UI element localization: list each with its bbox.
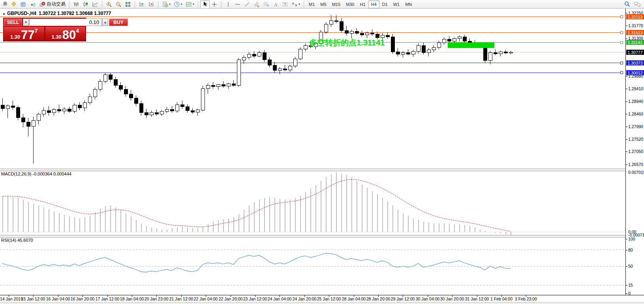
periods-button[interactable]: ▾ <box>172 0 184 9</box>
buy-button[interactable]: BUY <box>109 19 128 26</box>
toolbar-separator <box>101 1 103 7</box>
chevron-down-icon[interactable]: ▾ <box>299 2 300 6</box>
rsi-line <box>2 253 511 272</box>
cursor-icon <box>202 1 208 7</box>
chevron-down-icon[interactable]: ▾ <box>193 2 194 6</box>
axis-tick <box>626 127 627 127</box>
svg-text:E: E <box>257 5 259 7</box>
buy-price-display[interactable]: 1.30804 <box>45 27 86 41</box>
chevron-down-icon[interactable]: ▾ <box>181 2 182 6</box>
crosshair-icon <box>211 1 218 7</box>
axis-tick <box>626 13 627 13</box>
price-tick-label: 1.27520 <box>628 137 643 142</box>
price-level-badge: 1.30012 <box>626 70 644 75</box>
chat-button[interactable] <box>632 0 642 9</box>
arrows-icon <box>291 1 298 7</box>
equidistant-channel-button[interactable]: E <box>252 0 261 9</box>
candlestick-mode-button[interactable] <box>81 0 90 9</box>
line-handle[interactable] <box>621 32 623 34</box>
pane-separator[interactable] <box>0 169 644 171</box>
pane-separator[interactable] <box>0 235 644 237</box>
fibonacci-retracement-icon: F <box>263 1 269 7</box>
line-handle[interactable] <box>621 15 623 18</box>
tile-windows-icon <box>125 1 131 7</box>
templates-icon <box>186 1 192 7</box>
search-button[interactable] <box>622 0 632 9</box>
timeframe-mn-button[interactable]: MN <box>402 0 415 8</box>
line-handle[interactable] <box>621 62 623 64</box>
vertical-line-icon <box>225 1 231 7</box>
zoom-out-button[interactable] <box>114 0 123 9</box>
time-axis[interactable]: 14 Jan 201915 Jan 12:0016 Jan 04:0016 Ja… <box>0 295 644 302</box>
volume-control: ▼ ▲ <box>23 19 108 26</box>
zoom-in-button[interactable] <box>104 0 114 9</box>
line-chart-mode-button[interactable] <box>90 0 100 9</box>
window-bottom-strip <box>0 302 644 304</box>
new-order-label: 单 <box>3 1 8 7</box>
sell-price-display[interactable]: 1.30777 <box>4 27 44 41</box>
candlestick-mode-icon <box>83 1 89 7</box>
timeframe-d1-button[interactable]: D1 <box>379 0 391 8</box>
annotation-text[interactable]: 多空转折的点1.31141 <box>309 38 385 47</box>
signals-button[interactable] <box>28 0 38 9</box>
line-handle[interactable] <box>621 71 623 74</box>
main-price-chart[interactable]: 多空转折的点1.31141 <box>0 9 625 169</box>
chart-profiles-button[interactable] <box>9 0 19 9</box>
timeframe-m1-button[interactable]: M1 <box>306 0 317 8</box>
arrows-button[interactable]: ▾ <box>290 0 302 9</box>
fibonacci-retracement-button[interactable]: F <box>261 0 271 9</box>
toolbar-separator <box>69 1 70 7</box>
sell-button[interactable]: SELL <box>4 19 22 26</box>
line-handle[interactable] <box>621 41 623 44</box>
macd-pane[interactable] <box>0 170 625 235</box>
svg-text:A: A <box>274 2 278 7</box>
horizontal-line-button[interactable] <box>233 0 242 9</box>
price-tick-label: 1.28940 <box>628 99 643 104</box>
templates-button[interactable]: ▾ <box>184 0 196 9</box>
price-tick-label: 1.26570 <box>628 162 643 167</box>
tile-windows-button[interactable] <box>123 0 133 9</box>
market-watch-button[interactable] <box>19 0 28 9</box>
price-axis[interactable]: 1.322501.317701.313001.298801.294101.289… <box>625 9 644 295</box>
volume-input[interactable] <box>29 19 102 26</box>
signals-icon <box>30 1 36 7</box>
chevron-down-icon[interactable]: ▾ <box>169 2 171 6</box>
timeframe-w1-button[interactable]: W1 <box>391 0 403 8</box>
trendline-button[interactable] <box>242 0 252 9</box>
text-label-button[interactable]: T <box>280 0 290 9</box>
chart-profiles-icon <box>11 1 17 7</box>
rsi-pane[interactable] <box>0 237 625 295</box>
indicators-button[interactable]: ▾ <box>160 0 172 9</box>
axis-tick <box>626 101 627 102</box>
highlight-rect[interactable] <box>448 43 494 48</box>
timeframe-m30-button[interactable]: M30 <box>343 0 357 8</box>
autotrading-button[interactable]: 自动交易 <box>38 0 67 9</box>
text-button[interactable]: A <box>271 0 280 9</box>
axis-tick <box>626 266 627 267</box>
volume-decrease-button[interactable]: ▼ <box>23 19 29 26</box>
volume-increase-button[interactable]: ▲ <box>102 19 108 26</box>
bar-chart-mode-button[interactable] <box>71 0 81 9</box>
timeframe-m15-button[interactable]: M15 <box>329 0 343 8</box>
cursor-button[interactable] <box>200 0 210 9</box>
axis-tick <box>626 285 627 285</box>
toolbar-separator <box>197 1 199 7</box>
timeframe-h4-button[interactable]: H4 <box>368 0 379 8</box>
axis-tick <box>626 38 627 39</box>
chart-shift-button[interactable] <box>146 0 156 9</box>
crosshair-button[interactable] <box>210 0 219 9</box>
auto-scroll-button[interactable] <box>137 0 146 9</box>
axis-tick <box>626 164 627 165</box>
rsi-axis-label: 100 <box>628 237 635 241</box>
new-order-button[interactable]: 单 <box>0 0 9 9</box>
price-level-badge: 1.31141 <box>626 40 644 45</box>
vertical-line-button[interactable] <box>223 0 233 9</box>
timeframe-m5-button[interactable]: M5 <box>317 0 329 8</box>
rsi-axis-label: 15 <box>628 283 633 287</box>
axis-tick <box>626 76 627 76</box>
macd-axis-label: 0.007015 <box>628 170 644 175</box>
timeframe-h1-button[interactable]: H1 <box>357 0 368 8</box>
price-level-badge: 1.32113 <box>626 14 644 19</box>
price-tick-label: 1.28460 <box>628 112 643 116</box>
axis-tick <box>626 114 627 114</box>
